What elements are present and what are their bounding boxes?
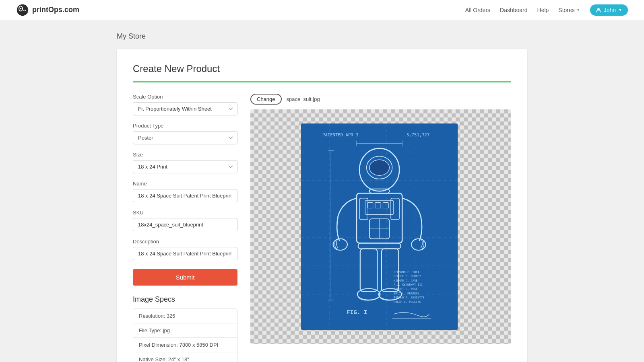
size-select[interactable]: 18 x 24 Print 12 x 16 Print 24 x 36 Prin… xyxy=(133,160,237,173)
image-preview-box: PATENTED APR 3 3,751,727 xyxy=(250,109,511,344)
navbar: printOps.com All Orders Dashboard Help S… xyxy=(0,0,644,20)
svg-text:FIG. I: FIG. I xyxy=(347,309,367,315)
svg-point-19 xyxy=(369,160,390,175)
user-menu-button[interactable]: John ▼ xyxy=(590,4,628,16)
svg-text:LEONARD F. SHEA: LEONARD F. SHEA xyxy=(394,270,420,274)
svg-text:3,751,727: 3,751,727 xyxy=(407,132,430,138)
nav-stores[interactable]: Stores ▼ xyxy=(558,7,580,13)
sku-group: SKU xyxy=(133,210,237,231)
nav-all-orders[interactable]: All Orders xyxy=(465,7,490,13)
page-container: My Store Create New Product Scale Option… xyxy=(109,20,535,362)
svg-text:RONALD J. BESSETTE: RONALD J. BESSETTE xyxy=(394,296,425,299)
product-type-select[interactable]: Poster Canvas Framed Print Metal Print xyxy=(133,131,237,144)
page-title: My Store xyxy=(117,32,527,41)
form-section: Scale Option Fit Proportionately Within … xyxy=(133,94,237,362)
svg-text:PATENTED APR 3: PATENTED APR 3 xyxy=(322,132,358,138)
preview-filename: space_suit.jpg xyxy=(287,96,320,102)
progress-bar xyxy=(133,81,511,82)
user-icon xyxy=(596,7,601,13)
svg-text:ERIC L. PERRENY: ERIC L. PERRENY xyxy=(394,292,420,295)
user-dropdown-arrow: ▼ xyxy=(618,8,622,12)
progress-bar-fill xyxy=(133,81,511,82)
description-input[interactable] xyxy=(133,247,237,260)
name-input[interactable] xyxy=(133,189,237,202)
logo-icon xyxy=(16,4,29,16)
change-button[interactable]: Change xyxy=(250,94,282,105)
size-group: Size 18 x 24 Print 12 x 16 Print 24 x 36… xyxy=(133,152,237,173)
form-preview-layout: Scale Option Fit Proportionately Within … xyxy=(133,94,511,362)
spec-row-native-size: Native Size: 24" x 18" xyxy=(133,352,237,362)
svg-point-2 xyxy=(20,8,22,9)
product-type-label: Product Type xyxy=(133,123,237,129)
spec-row-filetype: File Type: jpg xyxy=(133,323,237,338)
svg-text:GEORGE P. DURNEY: GEORGE P. DURNEY xyxy=(394,274,421,278)
nav-dashboard[interactable]: Dashboard xyxy=(500,7,528,13)
brand-logo[interactable]: printOps.com xyxy=(16,4,79,16)
svg-text:HILMAR C. CASE: HILMAR C. CASE xyxy=(394,279,418,282)
stores-dropdown-arrow: ▼ xyxy=(576,8,580,12)
svg-text:ROGER C. PULLING: ROGER C. PULLING xyxy=(394,300,421,304)
image-specs-title: Image Specs xyxy=(133,295,237,304)
name-label: Name xyxy=(133,181,237,187)
sku-input[interactable] xyxy=(133,218,237,231)
submit-button[interactable]: Submit xyxy=(133,269,237,286)
scale-option-label: Scale Option xyxy=(133,94,237,100)
nav-help[interactable]: Help xyxy=(537,7,549,13)
preview-header: Change space_suit.jpg xyxy=(250,94,511,105)
description-label: Description xyxy=(133,239,237,245)
name-group: Name xyxy=(133,181,237,202)
description-group: Description xyxy=(133,239,237,260)
product-type-group: Product Type Poster Canvas Framed Print … xyxy=(133,123,237,144)
card-title: Create New Product xyxy=(133,63,511,74)
svg-text:A.J. KENNEWAY III: A.J. KENNEWAY III xyxy=(394,283,423,286)
spec-row-dimension: Pixel Dimension: 7800 x 5850 DPI xyxy=(133,338,237,352)
nav-links: All Orders Dashboard Help Stores ▼ John … xyxy=(465,4,628,16)
preview-section: Change space_suit.jpg xyxy=(250,94,511,362)
scale-option-group: Scale Option Fit Proportionately Within … xyxy=(133,94,237,115)
specs-table: Resolution: 325 File Type: jpg Pixel Dim… xyxy=(133,309,237,362)
svg-text:ROBERT C. WISE: ROBERT C. WISE xyxy=(394,287,418,291)
image-specs-section: Image Specs Resolution: 325 File Type: j… xyxy=(133,295,237,362)
blueprint-image: PATENTED APR 3 3,751,727 xyxy=(295,123,464,330)
size-label: Size xyxy=(133,152,237,158)
sku-label: SKU xyxy=(133,210,237,216)
brand-name: printOps.com xyxy=(32,6,79,14)
spec-row-resolution: Resolution: 325 xyxy=(133,309,237,323)
scale-option-select[interactable]: Fit Proportionately Within Sheet Fit Pro… xyxy=(133,102,237,115)
main-card: Create New Product Scale Option Fit Prop… xyxy=(117,49,527,362)
